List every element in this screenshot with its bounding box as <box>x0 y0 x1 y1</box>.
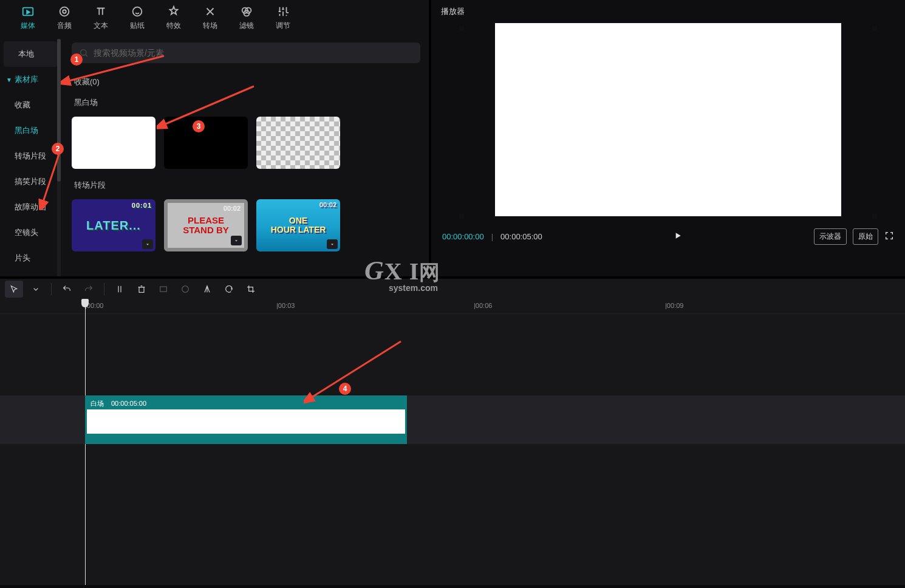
tab-text[interactable]: 文本 <box>83 5 119 39</box>
download-icon[interactable] <box>142 239 153 249</box>
tool-dropdown[interactable] <box>27 281 45 298</box>
sidebar-item-favorites[interactable]: 收藏 <box>0 92 61 118</box>
svg-rect-8 <box>139 287 144 293</box>
tab-audio[interactable]: 音频 <box>46 5 83 39</box>
tab-adjust[interactable]: 调节 <box>265 5 301 39</box>
sidebar-item-glitch[interactable]: 故障动画 <box>0 194 61 220</box>
sidebar-label: 空镜头 <box>15 227 38 238</box>
rotate-button[interactable] <box>220 281 238 298</box>
speed-button[interactable] <box>154 281 172 298</box>
thumb-text: PLEASESTAND BY <box>183 216 229 235</box>
tab-media[interactable]: 媒体 <box>10 5 46 39</box>
record-button[interactable] <box>176 281 194 298</box>
ruler-mark: |00:03 <box>276 302 295 309</box>
sidebar-item-transitions[interactable]: 转场片段 <box>0 143 61 169</box>
thumb-duration: 00:02 <box>319 202 336 209</box>
delete-button[interactable] <box>132 281 151 298</box>
svg-point-7 <box>81 50 86 55</box>
sidebar-item-funny[interactable]: 搞笑片段 <box>0 169 61 194</box>
caret-down-icon: ▼ <box>6 77 12 83</box>
thumb-text: LATER... <box>86 219 141 233</box>
clip-name: 白场 <box>90 399 104 408</box>
thumb-white[interactable] <box>72 117 155 169</box>
tab-label: 滤镜 <box>239 21 254 31</box>
sidebar-item-intro[interactable]: 片头 <box>0 245 61 271</box>
player-total-time: 00:00:05:00 <box>500 232 542 241</box>
sidebar-label: 片头 <box>15 253 30 264</box>
playhead-handle[interactable] <box>81 299 89 307</box>
play-button[interactable] <box>673 231 683 242</box>
sidebar-label: 转场片段 <box>15 151 46 162</box>
sidebar-label: 收藏 <box>15 100 30 111</box>
clip-duration: 00:00:05:00 <box>111 400 146 407</box>
thumb-duration: 00:01 <box>132 202 152 209</box>
thumb-black[interactable] <box>164 117 248 169</box>
pointer-tool[interactable] <box>5 281 23 298</box>
canvas-corner <box>872 26 877 30</box>
canvas-corner <box>459 214 464 219</box>
sidebar-label: 本地 <box>18 49 34 60</box>
section-bw-title: 黑白场 <box>72 94 420 114</box>
mirror-button[interactable] <box>198 281 216 298</box>
svg-point-1 <box>60 7 69 16</box>
fullscreen-button[interactable] <box>884 231 894 242</box>
thumb-later[interactable]: LATER... 00:01 <box>72 199 155 251</box>
sidebar-scrollbar[interactable] <box>57 39 61 276</box>
timeline-ruler[interactable]: |00:00 |00:03 |00:06 |00:09 <box>0 299 905 314</box>
section-favorites-title: 收藏(0) <box>72 73 420 94</box>
sidebar-item-empty[interactable]: 空镜头 <box>0 220 61 245</box>
sidebar-item-library[interactable]: ▼素材库 <box>0 67 61 92</box>
canvas-corner <box>872 214 877 219</box>
sidebar-label: 素材库 <box>15 74 38 85</box>
tab-label: 调节 <box>276 21 290 31</box>
player-canvas[interactable] <box>495 23 841 216</box>
tab-label: 特效 <box>166 21 181 31</box>
tab-label: 文本 <box>94 21 108 31</box>
thumb-standby[interactable]: PLEASESTAND BY 00:02 <box>164 199 248 251</box>
tab-transition[interactable]: 转场 <box>192 5 228 39</box>
svg-point-10 <box>182 286 189 293</box>
timeline-clip[interactable]: 白场 00:00:05:00 <box>85 395 407 444</box>
search-icon <box>79 48 89 58</box>
oscilloscope-button[interactable]: 示波器 <box>814 228 847 245</box>
clip-body <box>87 409 405 434</box>
download-icon[interactable] <box>231 236 242 245</box>
thumb-text: ONEHOUR LATER <box>271 216 326 234</box>
tab-effect[interactable]: 特效 <box>155 5 192 39</box>
clip-foot <box>87 434 405 444</box>
original-button[interactable]: 原始 <box>853 228 878 245</box>
split-button[interactable] <box>111 281 129 298</box>
thumb-transparent[interactable] <box>256 117 340 169</box>
player-current-time: 00:00:00:00 <box>442 232 484 241</box>
timeline-panel: |00:00 |00:03 |00:06 |00:09 封面 白场 00:00:… <box>0 299 905 585</box>
video-track[interactable]: 白场 00:00:05:00 <box>0 395 905 444</box>
sidebar-item-bw[interactable]: 黑白场 <box>0 118 61 143</box>
svg-rect-9 <box>160 287 167 292</box>
search-input[interactable] <box>94 48 413 58</box>
svg-point-2 <box>63 10 66 13</box>
sidebar: 本地 ▼素材库 收藏 黑白场 转场片段 搞笑片段 故障动画 空镜头 片头 <box>0 39 61 276</box>
svg-point-3 <box>133 7 142 16</box>
tab-label: 音频 <box>57 21 72 31</box>
sidebar-item-local[interactable]: 本地 <box>4 41 57 67</box>
section-transitions-title: 转场片段 <box>72 176 420 197</box>
tab-sticker[interactable]: 贴纸 <box>119 5 155 39</box>
canvas-corner <box>459 26 464 30</box>
tab-label: 贴纸 <box>130 21 145 31</box>
timeline-toolbar <box>0 276 905 299</box>
download-icon[interactable] <box>327 239 338 249</box>
top-tabs: 媒体 音频 文本 贴纸 特效 转场 滤镜 调节 <box>0 5 429 39</box>
tab-label: 转场 <box>203 21 217 31</box>
tab-media-label: 媒体 <box>21 21 35 31</box>
search-bar[interactable] <box>72 43 420 63</box>
tab-filter[interactable]: 滤镜 <box>228 5 265 39</box>
undo-button[interactable] <box>58 281 76 298</box>
redo-button[interactable] <box>80 281 98 298</box>
sidebar-label: 搞笑片段 <box>15 176 46 187</box>
ruler-mark: |00:06 <box>474 302 492 309</box>
thumb-hourlater[interactable]: ONEHOUR LATER 00:02 <box>256 199 340 251</box>
thumb-duration: 00:02 <box>224 205 241 213</box>
sidebar-label: 黑白场 <box>15 125 38 136</box>
time-separator: | <box>490 232 494 241</box>
crop-button[interactable] <box>242 281 260 298</box>
